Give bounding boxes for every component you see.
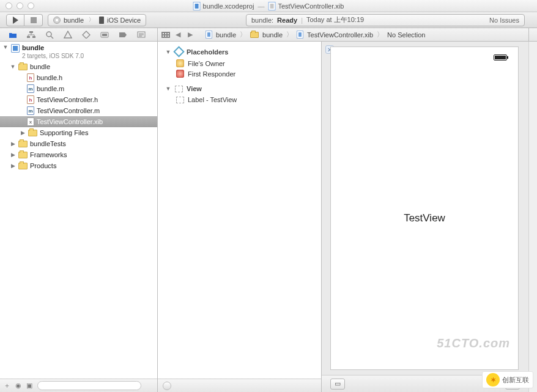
debug-navigator-tab[interactable]	[95, 28, 114, 42]
tree-folder-tests[interactable]: ▶ bundleTests	[0, 138, 157, 149]
minimize-window-button[interactable]	[17, 2, 23, 9]
xib-file-icon: x	[27, 117, 34, 126]
outline-filter-bar	[158, 379, 321, 392]
canvas-label[interactable]: TestView	[404, 212, 445, 224]
back-button[interactable]: ◀	[174, 31, 182, 39]
tree-folder-bundle[interactable]: ▼ bundle	[0, 61, 157, 72]
files-owner-icon	[176, 59, 184, 67]
tree-label: Supporting Files	[40, 129, 89, 136]
disclosure-triangle-icon[interactable]: ▶	[10, 152, 16, 158]
related-items-icon[interactable]	[161, 32, 170, 38]
source-logo: ✶ 创新互联	[482, 371, 533, 388]
project-root[interactable]: ▼ bundle 2 targets, iOS SDK 7.0	[0, 43, 157, 61]
scm-filter-icon[interactable]: ▣	[26, 382, 32, 390]
jump-item-2[interactable]: TestViewController.xib	[307, 31, 373, 39]
scheme-target[interactable]: bundle	[48, 17, 89, 24]
disclosure-triangle-icon[interactable]: ▶	[10, 163, 16, 169]
zoom-window-button[interactable]	[28, 2, 34, 9]
disclosure-triangle-icon[interactable]: ▼	[2, 44, 9, 50]
tree-label: Products	[30, 162, 56, 169]
project-tree[interactable]: ▼ bundle 2 targets, iOS SDK 7.0 ▼ bundle…	[0, 42, 157, 379]
add-button[interactable]: ＋	[4, 381, 10, 390]
toggle-outline-button[interactable]: ▭	[330, 379, 345, 390]
recent-filter-icon[interactable]: ◉	[15, 382, 21, 390]
section-label: Placeholders	[187, 48, 228, 56]
svg-rect-5	[102, 34, 107, 36]
disclosure-triangle-icon[interactable]: ▼	[165, 86, 171, 92]
svg-rect-2	[32, 36, 35, 38]
outline-label-item[interactable]: Label - TestView	[161, 95, 317, 105]
disclosure-triangle-icon[interactable]: ▶	[10, 141, 16, 147]
outline-body[interactable]: ▼ Placeholders File's Owner First Respon…	[158, 42, 321, 379]
jump-item-0[interactable]: bundle	[216, 31, 236, 39]
status-prefix: bundle:	[251, 17, 273, 24]
tree-folder-products[interactable]: ▶ Products	[0, 160, 157, 171]
target-icon	[53, 17, 61, 24]
jump-item-3[interactable]: No Selection	[387, 31, 425, 39]
tree-file[interactable]: m TestViewController.m	[0, 105, 157, 116]
scheme-destination[interactable]: iOS Device	[94, 17, 146, 24]
tree-folder-frameworks[interactable]: ▶ Frameworks	[0, 149, 157, 160]
test-navigator-tab[interactable]	[77, 28, 95, 42]
tree-file[interactable]: h bundle.h	[0, 72, 157, 83]
right-scroll-strip[interactable]	[528, 42, 537, 392]
gauge-icon	[100, 31, 109, 39]
outline-section-view[interactable]: ▼ View	[165, 85, 317, 92]
project-navigator: ▼ bundle 2 targets, iOS SDK 7.0 ▼ bundle…	[0, 42, 158, 392]
title-secondary-text: TestViewController.xib	[278, 2, 344, 10]
outline-filter-button[interactable]	[163, 382, 171, 390]
activity-viewer: bundle: Ready | Today at 上午10:19 No Issu…	[246, 14, 525, 26]
project-name: bundle	[22, 44, 84, 52]
jump-item-1[interactable]: bundle	[262, 31, 283, 39]
log-navigator-tab[interactable]	[132, 28, 150, 42]
find-navigator-tab[interactable]	[40, 28, 59, 42]
tree-file[interactable]: h TestViewController.h	[0, 94, 157, 105]
log-icon	[137, 31, 146, 38]
outline-first-responder[interactable]: First Responder	[161, 68, 317, 79]
navigator-bar: ◀ ▶ bundle 〉 bundle 〉 TestViewController…	[0, 28, 537, 42]
toolbar: bundle 〉 iOS Device bundle: Ready | Toda…	[0, 12, 537, 28]
section-label: View	[187, 85, 202, 92]
title-primary-file: bundle.xcodeproj	[193, 2, 254, 10]
search-icon	[45, 31, 54, 39]
disclosure-triangle-icon[interactable]: ▼	[165, 49, 171, 55]
first-responder-icon	[176, 70, 184, 78]
outline-files-owner[interactable]: File's Owner	[161, 58, 317, 68]
issue-navigator-tab[interactable]	[59, 28, 77, 42]
stop-button[interactable]	[24, 14, 43, 26]
window-titlebar: bundle.xcodeproj — TestViewController.xi…	[0, 0, 537, 12]
tree-label: TestViewController.xib	[37, 118, 103, 125]
canvas-body[interactable]: ✕ TestView 51CTO.com	[322, 42, 528, 375]
hierarchy-icon	[27, 31, 35, 39]
chevron-icon: 〉	[286, 30, 293, 39]
title-separator: —	[257, 2, 264, 10]
tree-file-selected[interactable]: x TestViewController.xib	[0, 116, 157, 127]
project-navigator-tab[interactable]	[4, 28, 22, 42]
forward-button[interactable]: ▶	[186, 31, 194, 39]
tree-file[interactable]: m bundle.m	[0, 83, 157, 94]
xcodeproj-icon	[193, 2, 201, 10]
tree-folder-supporting[interactable]: ▶ Supporting Files	[0, 127, 157, 138]
jump-bar[interactable]: ◀ ▶ bundle 〉 bundle 〉 TestViewController…	[158, 28, 528, 41]
disclosure-triangle-icon[interactable]: ▼	[10, 64, 16, 70]
title-secondary-file: TestViewController.xib	[268, 2, 344, 10]
label-icon	[176, 97, 184, 103]
disclosure-triangle-icon[interactable]: ▶	[20, 130, 26, 136]
folder-icon	[9, 31, 17, 39]
xcodeproj-icon	[11, 44, 20, 53]
outline-section-placeholders[interactable]: ▼ Placeholders	[165, 48, 317, 56]
stop-icon	[31, 17, 37, 23]
scheme-name: bundle	[64, 17, 84, 24]
header-file-icon: h	[27, 73, 34, 82]
folder-icon	[28, 130, 37, 136]
symbol-navigator-tab[interactable]	[22, 28, 40, 42]
breakpoint-navigator-tab[interactable]	[114, 28, 132, 42]
filter-field[interactable]	[37, 381, 141, 390]
run-button[interactable]	[6, 14, 24, 26]
title-primary-text: bundle.xcodeproj	[203, 2, 254, 10]
close-window-button[interactable]	[6, 2, 12, 9]
tree-label: bundle	[30, 63, 50, 70]
scheme-selector[interactable]: bundle 〉 iOS Device	[48, 14, 146, 26]
chevron-icon: 〉	[240, 30, 246, 39]
simulated-view[interactable]: TestView	[330, 46, 519, 370]
